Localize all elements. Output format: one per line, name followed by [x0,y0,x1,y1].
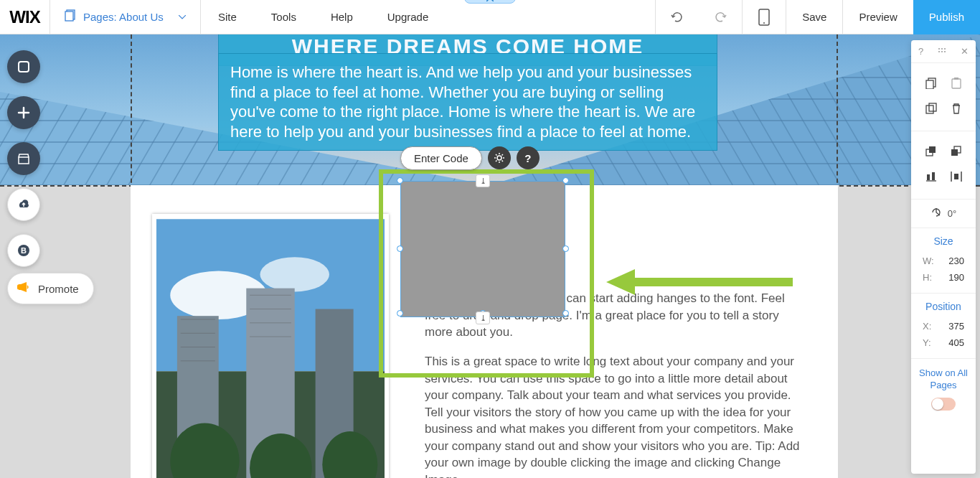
editor-canvas[interactable]: WHERE DREAMS COME HOME Home is where the… [0,34,980,478]
save-button[interactable]: Save [786,0,842,34]
svg-point-38 [941,51,943,52]
selection-toolbar: Enter Code ? [400,146,540,170]
pages-label: Pages: About Us [83,11,173,23]
svg-rect-43 [954,78,958,80]
drag-handle-icon[interactable] [938,46,946,57]
size-heading: Size [921,235,966,247]
content-paragraph-2: This is a great space to write long text… [425,353,805,478]
wix-logo[interactable]: WIX [0,0,50,34]
menu-tools[interactable]: Tools [254,0,314,34]
svg-rect-42 [952,79,961,88]
resize-handle[interactable] [562,310,569,317]
svg-point-36 [944,48,946,50]
show-all-pages-toggle[interactable] [931,398,956,411]
resize-handle[interactable] [397,245,403,252]
properties-panel: ? ✕ 0° Size W:230 H:190 Position X:3 [911,40,976,474]
menu-upgrade[interactable]: Upgrade [370,0,446,34]
gear-icon [494,152,505,164]
close-icon[interactable]: ✕ [961,46,969,57]
preview-button[interactable]: Preview [843,0,913,34]
svg-rect-49 [951,149,958,156]
main-menu: Site Tools Help Upgrade [201,0,446,34]
rotate-icon[interactable] [930,207,942,220]
pages-icon [65,9,77,24]
resize-handle[interactable] [397,310,403,317]
copy-icon[interactable] [925,78,937,91]
paste-icon[interactable] [951,78,962,91]
top-bar: WIX Pages: About Us Site Tools Help Upgr… [0,0,980,34]
svg-rect-45 [929,103,936,111]
width-label: W: [923,256,934,266]
left-toolbar: B [7,50,40,267]
svg-rect-47 [929,146,936,153]
resize-handle[interactable] [562,177,569,184]
y-label: Y: [923,337,931,348]
distribute-icon[interactable] [951,171,962,184]
svg-point-34 [938,48,940,50]
pages-dropdown[interactable]: Pages: About Us [50,0,201,34]
svg-rect-41 [926,80,933,89]
section-tool-button[interactable] [7,50,40,83]
menu-site[interactable]: Site [201,0,254,34]
x-value[interactable]: 375 [948,321,964,332]
redo-button[interactable] [699,0,742,34]
undo-button[interactable] [656,0,699,34]
rotation-value: 0° [948,208,956,219]
svg-point-3 [763,22,765,24]
menu-help[interactable]: Help [314,0,370,34]
publish-button[interactable]: Publish [913,0,980,34]
svg-rect-51 [927,174,930,180]
svg-text:B: B [21,246,27,255]
question-icon: ? [524,152,531,164]
top-drawer-handle[interactable] [464,0,516,4]
show-all-pages-label: Show on All Pages [917,367,970,392]
svg-point-37 [938,51,940,52]
svg-point-39 [944,51,946,52]
svg-rect-1 [65,11,73,21]
stretch-bottom-icon[interactable]: ⤓ [476,311,490,324]
resize-handle[interactable] [562,245,569,252]
help-button[interactable]: ? [517,146,540,169]
bring-forward-icon[interactable] [925,146,937,159]
duplicate-icon[interactable] [925,103,937,116]
selected-embed-element[interactable]: ⤓ ⤓ [400,181,565,357]
svg-point-33 [497,156,501,160]
height-value[interactable]: 190 [948,272,964,283]
resize-handle[interactable] [397,177,403,184]
content-image[interactable] [152,214,389,478]
uploads-button[interactable] [7,188,40,221]
app-market-button[interactable] [7,142,40,175]
svg-point-35 [941,48,943,50]
x-label: X: [923,321,931,332]
height-label: H: [923,272,932,283]
stretch-top-icon[interactable]: ⤓ [476,174,490,187]
align-icon[interactable] [925,171,937,184]
enter-code-button[interactable]: Enter Code [400,146,482,170]
promote-label: Promote [38,283,79,295]
delete-icon[interactable] [951,103,962,116]
panel-help-icon[interactable]: ? [918,46,923,57]
svg-rect-52 [932,172,935,180]
svg-rect-55 [954,174,958,179]
y-value[interactable]: 405 [948,337,964,348]
mobile-preview-button[interactable] [743,0,786,34]
position-heading: Position [921,301,966,312]
svg-rect-4 [19,62,29,72]
embed-placeholder[interactable] [400,181,565,317]
megaphone-icon [15,280,31,298]
bookings-button[interactable]: B [7,234,40,267]
width-value[interactable]: 230 [948,256,964,266]
add-element-button[interactable] [7,96,40,129]
svg-rect-44 [926,106,933,113]
chevron-down-icon [179,15,186,19]
send-backward-icon[interactable] [951,146,962,159]
settings-button[interactable] [488,146,511,169]
svg-point-15 [260,257,329,291]
promote-button[interactable]: Promote [7,273,94,304]
